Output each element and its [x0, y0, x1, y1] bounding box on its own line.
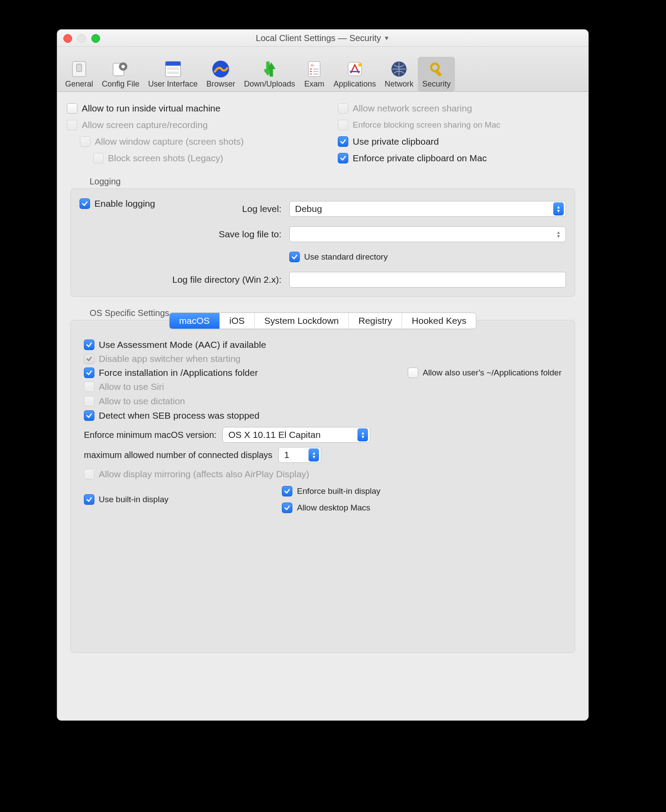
chk-allow-mirror: Allow display mirroring (affects also Ai… — [84, 469, 309, 479]
checkbox-icon — [84, 354, 94, 364]
tab-registry[interactable]: Registry — [349, 313, 402, 329]
min-macos-value: OS X 10.11 El Capitan — [228, 430, 320, 440]
window-title[interactable]: Local Client Settings — Security ▼ — [256, 33, 389, 43]
toolbar-label: Network — [385, 80, 413, 89]
chk-label: Enforce built-in display — [297, 486, 380, 496]
toolbar-applications[interactable]: Applications — [329, 57, 380, 91]
toolbar-label: Applications — [333, 80, 376, 89]
chk-label: Use Assessment Mode (AAC) if available — [99, 340, 266, 350]
chk-enforce-block-share: Enforce blocking screen sharing on Mac — [338, 120, 579, 130]
toolbar-general[interactable]: General — [61, 57, 97, 91]
chk-allow-vm[interactable]: Allow to run inside virtual machine — [67, 103, 312, 114]
chk-use-private-clipboard[interactable]: Use private clipboard — [338, 136, 579, 147]
toolbar-label: User Interface — [148, 80, 198, 89]
chk-allow-user-apps[interactable]: Allow also user's ~/Applications folder — [408, 368, 562, 378]
tab-system-lockdown[interactable]: System Lockdown — [255, 313, 349, 329]
title-left: Local Client Settings — [256, 33, 335, 43]
chk-use-builtin[interactable]: Use built-in display — [84, 486, 168, 513]
chk-enable-logging[interactable]: Enable logging — [80, 198, 155, 209]
exam-icon: A- — [304, 59, 325, 80]
chk-label: Use built-in display — [99, 495, 168, 504]
chk-force-install[interactable]: Force installation in /Applications fold… — [84, 368, 258, 378]
chk-label: Use standard directory — [304, 252, 388, 262]
toolbar-label: Exam — [304, 80, 324, 89]
save-log-to-label: Save log file to: — [219, 229, 289, 239]
svg-rect-7 — [167, 67, 179, 70]
toolbar-label: Config File — [102, 80, 139, 89]
toolbar-label: Down/Uploads — [244, 80, 295, 89]
toolbar-network[interactable]: Network — [380, 57, 418, 91]
os-tabs: macOS iOS System Lockdown Registry Hooke… — [169, 312, 476, 329]
toolbar-exam[interactable]: A- Exam — [299, 57, 329, 91]
title-sep: — — [338, 33, 347, 43]
win-log-dir-input[interactable] — [289, 272, 566, 288]
titlebar: Local Client Settings — Security ▼ — [57, 30, 588, 47]
toolbar-config-file[interactable]: Config File — [97, 57, 144, 91]
svg-point-4 — [121, 65, 125, 68]
user-interface-icon — [163, 59, 184, 80]
chk-label: Allow window capture (screen shots) — [95, 136, 244, 147]
minimize-icon — [77, 34, 86, 43]
chk-use-std-dir[interactable]: Use standard directory — [289, 252, 566, 262]
max-displays-label: maximum allowed number of connected disp… — [84, 450, 272, 460]
log-level-value: Debug — [295, 204, 322, 214]
chk-detect-stopped[interactable]: Detect when SEB process was stopped — [84, 410, 260, 421]
os-group: macOS iOS System Lockdown Registry Hooke… — [70, 320, 575, 653]
config-file-icon — [110, 59, 131, 80]
chk-label: Allow to use Siri — [99, 382, 164, 392]
chk-allow-desktop-macs[interactable]: Allow desktop Macs — [282, 503, 380, 513]
checkbox-icon — [84, 469, 94, 479]
checkbox-icon — [84, 382, 94, 392]
chk-label: Allow screen capture/recording — [82, 120, 208, 130]
toolbar-user-interface[interactable]: User Interface — [144, 57, 202, 91]
content: Allow to run inside virtual machine Allo… — [57, 92, 588, 657]
logging-title: Logging — [90, 177, 579, 187]
checkbox-icon — [282, 486, 292, 496]
close-icon[interactable] — [63, 34, 72, 43]
down-uploads-icon — [259, 59, 280, 80]
chk-enforce-builtin[interactable]: Enforce built-in display — [282, 486, 380, 496]
toolbar-browser[interactable]: Browser — [202, 57, 239, 91]
title-dropdown-icon[interactable]: ▼ — [384, 35, 390, 42]
toolbar-security[interactable]: Security — [418, 57, 455, 91]
chk-enforce-private-clipboard[interactable]: Enforce private clipboard on Mac — [338, 153, 579, 163]
settings-window: Local Client Settings — Security ▼ Gener… — [57, 29, 589, 721]
toolbar-label: General — [65, 80, 93, 89]
tab-ios[interactable]: iOS — [220, 313, 255, 329]
win-log-dir-label: Log file directory (Win 2.x): — [172, 274, 289, 285]
title-right: Security — [350, 33, 381, 43]
tab-macos[interactable]: macOS — [170, 313, 220, 329]
svg-point-18 — [358, 63, 361, 67]
checkbox-icon — [84, 396, 94, 406]
chk-label: Allow desktop Macs — [297, 503, 370, 513]
applications-icon — [344, 59, 365, 80]
max-displays-select[interactable]: 1 ▲▼ — [278, 447, 321, 463]
zoom-icon[interactable] — [91, 34, 100, 43]
general-icon — [69, 59, 90, 80]
log-level-label: Log level: — [242, 204, 289, 214]
checkbox-icon — [80, 198, 90, 209]
chk-block-screenshots: Block screen shots (Legacy) — [67, 153, 312, 163]
toolbar-label: Security — [422, 80, 451, 89]
checkbox-icon — [93, 153, 104, 163]
checkbox-icon — [84, 368, 94, 378]
os-body: Use Assessment Mode (AAC) if available D… — [80, 338, 566, 519]
checkbox-icon — [289, 252, 300, 262]
chk-allow-network-share: Allow network screen sharing — [338, 103, 579, 114]
chk-allow-dictation: Allow to use dictation — [84, 396, 185, 406]
chk-label: Allow to use dictation — [99, 396, 185, 406]
toolbar-down-uploads[interactable]: Down/Uploads — [239, 57, 299, 91]
checkbox-icon — [338, 120, 348, 130]
chk-use-aac[interactable]: Use Assessment Mode (AAC) if available — [84, 340, 266, 350]
min-macos-select[interactable]: OS X 10.11 El Capitan ▲▼ — [222, 427, 370, 443]
log-level-select[interactable]: Debug ▲▼ — [289, 201, 566, 217]
tab-hooked-keys[interactable]: Hooked Keys — [402, 313, 476, 329]
svg-rect-6 — [165, 62, 180, 66]
checkbox-icon — [80, 136, 90, 147]
chk-label: Disable app switcher when starting — [99, 354, 241, 364]
save-log-to-select[interactable]: ▲▼ — [289, 226, 566, 242]
select-stepper-icon: ▲▼ — [553, 228, 564, 241]
checkbox-icon — [67, 120, 77, 130]
chk-label: Force installation in /Applications fold… — [99, 368, 258, 378]
chk-label: Allow network screen sharing — [353, 103, 472, 114]
